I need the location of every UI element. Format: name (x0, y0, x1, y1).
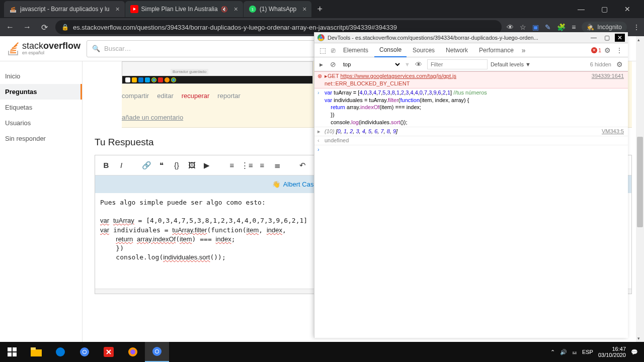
new-tab-button[interactable]: + (312, 4, 328, 15)
extension-icon[interactable]: ✎ (545, 23, 551, 31)
svg-rect-15 (8, 347, 12, 351)
eye-icon[interactable]: 👁 (413, 60, 424, 68)
edge-icon[interactable] (48, 342, 72, 362)
wifi-icon[interactable]: ⚍ (572, 349, 577, 355)
so-logo[interactable]: stackoverflow en español (6, 41, 80, 56)
language-indicator[interactable]: ESP (582, 349, 593, 355)
incognito-badge: 🕵 Incógnito (582, 22, 627, 33)
browser-tab-2[interactable]: Simple Plan Live In Australia 🔇 × (125, 1, 243, 17)
tab-console[interactable]: Console (374, 43, 407, 57)
hr-button[interactable]: ≣ (271, 159, 283, 171)
svg-rect-18 (13, 352, 17, 356)
toggle-drawer-icon[interactable]: ▸ (317, 60, 325, 68)
device-icon[interactable]: ⎚ (329, 46, 337, 54)
hidden-count[interactable]: 6 hidden (590, 61, 611, 67)
edit-link[interactable]: editar (157, 92, 174, 100)
volume-icon[interactable]: 🔊 (560, 349, 567, 355)
svg-rect-1 (11, 11, 15, 12)
sidebar-item-etiquetas[interactable]: Etiquetas (0, 100, 82, 115)
sidebar-item-inicio[interactable]: Inicio (0, 68, 82, 84)
svg-point-24 (83, 350, 86, 353)
sidebar-item-sinresponder[interactable]: Sin responder (0, 131, 82, 146)
sidebar-item-preguntas[interactable]: Preguntas (0, 84, 82, 100)
report-link[interactable]: reportar (217, 92, 240, 100)
back-button[interactable]: ← (4, 23, 16, 32)
page-scrollbar[interactable] (636, 36, 644, 342)
quote-button[interactable]: ❝ (155, 159, 168, 171)
clear-console-icon[interactable]: ⊘ (328, 60, 338, 68)
snippet-button[interactable]: ▶ (201, 159, 213, 171)
app-icon[interactable] (97, 342, 121, 362)
more-tabs-icon[interactable]: » (520, 46, 528, 54)
gear-icon[interactable]: ⚙ (614, 60, 625, 68)
mute-icon[interactable]: 🔇 (221, 6, 228, 13)
image-button[interactable]: 🖼 (186, 159, 198, 171)
devtools-titlebar: DevTools - es.stackoverflow.com/question… (314, 32, 628, 43)
heading-button[interactable]: ≡ (256, 159, 268, 171)
devtools-tabs: ⬚ ⎚ Elements Console Sources Network Per… (314, 43, 628, 57)
error-badge[interactable]: ✕1 (591, 47, 601, 53)
chrome-icon (317, 34, 325, 41)
dt-minimize[interactable]: — (589, 34, 599, 41)
context-select[interactable]: top (341, 61, 401, 68)
tab-title: Simple Plan Live In Australia (141, 6, 218, 13)
undo-button[interactable]: ↶ (296, 159, 308, 171)
browser-tab-3[interactable]: 1 (1) WhatsApp × (244, 1, 312, 17)
maximize-button[interactable]: ▢ (596, 5, 613, 13)
console-prompt[interactable]: › (314, 145, 628, 146)
close-icon[interactable]: × (302, 5, 306, 13)
recover-link[interactable]: recuperar (182, 92, 210, 100)
inspect-icon[interactable]: ⬚ (317, 46, 328, 54)
reload-button[interactable]: ⟳ (38, 23, 50, 32)
menu-icon[interactable]: ⋮ (633, 23, 640, 31)
settings-icon[interactable]: ⚙ (602, 46, 613, 54)
svg-point-21 (56, 347, 65, 356)
extension-icon[interactable]: ▣ (532, 23, 539, 31)
tab-title: (1) WhatsApp (260, 6, 296, 13)
clock[interactable]: 16:47 03/10/2020 (598, 346, 626, 358)
firefox-icon[interactable] (121, 342, 145, 362)
tab-performance[interactable]: Performance (474, 44, 519, 57)
dt-maximize[interactable]: ▢ (602, 34, 612, 41)
tab-sources[interactable]: Sources (408, 44, 440, 57)
extensions-icon[interactable]: 🧩 (557, 23, 566, 31)
svg-rect-2 (11, 9, 15, 10)
close-window-button[interactable]: ✕ (619, 5, 636, 13)
incognito-icon: 🕵 (587, 24, 594, 31)
levels-select[interactable]: Default levels ▼ (491, 61, 531, 67)
close-icon[interactable]: × (115, 5, 119, 13)
tray-chevron-icon[interactable]: ⌃ (550, 349, 555, 355)
tab-elements[interactable]: Elements (338, 44, 373, 57)
start-button[interactable] (0, 342, 24, 362)
chrome-icon[interactable] (72, 342, 97, 362)
code-button[interactable]: {} (171, 159, 183, 171)
browser-tab-1[interactable]: javascript - Borrar duplicados y lu × (4, 1, 125, 17)
file-explorer-icon[interactable] (24, 342, 48, 362)
minimize-button[interactable]: — (573, 5, 590, 13)
chrome-active-icon[interactable] (145, 342, 169, 362)
notifications-icon[interactable]: 💬 (631, 349, 638, 355)
ul-button[interactable]: ⋮≡ (241, 159, 253, 171)
tab-network[interactable]: Network (441, 44, 473, 57)
stackoverflow-icon (6, 41, 20, 56)
forward-button[interactable]: → (21, 23, 33, 32)
menu-icon[interactable]: ⋮ (614, 46, 625, 54)
eye-off-icon[interactable]: 👁 (507, 23, 514, 31)
console-subbar: ▸ ⊘ top ▼ 👁 Default levels ▼ 6 hidden ⚙ (314, 57, 628, 71)
close-icon[interactable]: × (234, 5, 238, 13)
ol-button[interactable]: ≡ (226, 159, 238, 171)
scrollbar-thumb[interactable] (637, 137, 643, 227)
reading-list-icon[interactable]: ≡ (572, 23, 576, 31)
dt-close[interactable]: ✕ (615, 34, 625, 42)
add-comment-link[interactable]: añade un comentario (122, 114, 183, 121)
filter-input[interactable] (427, 59, 488, 69)
link-button[interactable]: 🔗 (140, 159, 152, 171)
share-link[interactable]: compartir (122, 92, 149, 100)
sidebar-item-usuarios[interactable]: Usuarios (0, 115, 82, 131)
star-icon[interactable]: ☆ (520, 23, 526, 31)
bold-button[interactable]: B (100, 159, 112, 171)
console-input-row: › var tuArray = [4,0,3,4,7,5,3,8,1,2,3,4… (314, 88, 628, 127)
italic-button[interactable]: I (115, 159, 127, 171)
wave-icon: 👋 (272, 180, 280, 188)
svg-text:1: 1 (252, 7, 254, 12)
